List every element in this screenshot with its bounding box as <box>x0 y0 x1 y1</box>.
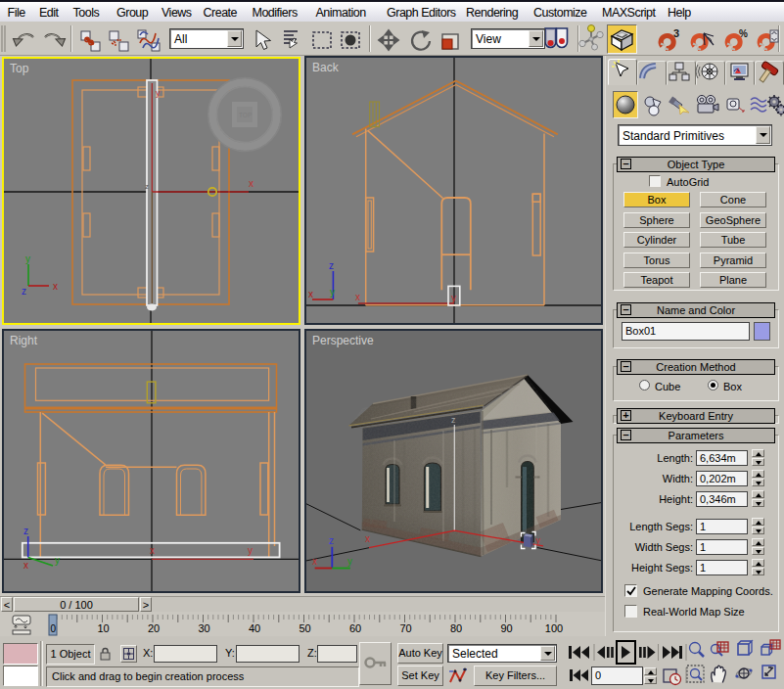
svg-text:x: x <box>23 560 28 571</box>
svg-text:z: z <box>22 286 26 297</box>
svg-text:y: y <box>25 253 30 264</box>
svg-text:y: y <box>330 287 335 298</box>
svg-text:z: z <box>329 260 334 271</box>
svg-text:50: 50 <box>299 622 310 634</box>
svg-text:30: 30 <box>198 622 209 634</box>
svg-text:y: y <box>55 555 60 566</box>
svg-text:80: 80 <box>450 622 462 634</box>
svg-text:20: 20 <box>148 622 160 634</box>
svg-text:10: 10 <box>97 622 109 634</box>
svg-text:40: 40 <box>249 622 260 634</box>
svg-text:y: y <box>451 293 456 303</box>
svg-text:x: x <box>150 545 155 556</box>
svg-text:60: 60 <box>349 622 361 634</box>
svg-text:y: y <box>248 545 253 556</box>
svg-text:y: y <box>156 88 161 98</box>
svg-text:y: y <box>536 535 541 545</box>
svg-text:100: 100 <box>545 622 563 634</box>
svg-text:x: x <box>249 178 254 189</box>
svg-text:90: 90 <box>500 622 512 634</box>
svg-text:x: x <box>365 533 370 544</box>
svg-text:70: 70 <box>399 622 411 634</box>
svg-text:3: 3 <box>673 27 679 39</box>
svg-text:x: x <box>53 281 58 292</box>
svg-text:x: x <box>308 289 313 299</box>
svg-text:z: z <box>145 182 149 191</box>
svg-text:y: y <box>347 556 352 567</box>
svg-text:z: z <box>451 415 456 425</box>
svg-text:TOP: TOP <box>239 112 252 118</box>
svg-text:x: x <box>355 292 360 302</box>
svg-text:%: % <box>739 28 748 39</box>
svg-text:x: x <box>312 556 317 567</box>
svg-text:z: z <box>329 535 334 546</box>
svg-text:z: z <box>23 526 28 536</box>
